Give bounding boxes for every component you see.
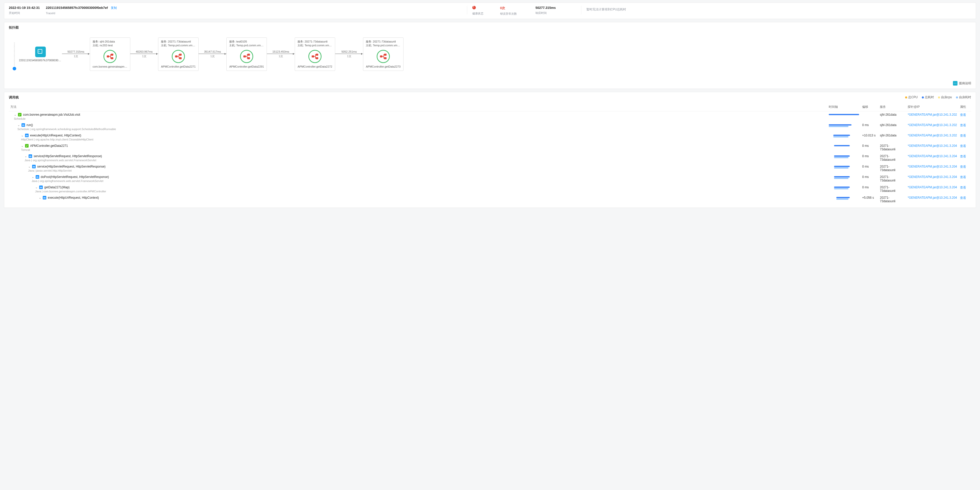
topo-root-node[interactable]: 2201119154565857fc3700003000f0e...	[19, 46, 62, 62]
copy-trace-id-link[interactable]: 复制	[111, 6, 117, 10]
view-link[interactable]: 查看	[960, 165, 966, 169]
method-sub: HttpClient | org.apache.http.impl.client…	[21, 138, 826, 141]
method-type-badge: m	[39, 185, 43, 189]
callstack-title: 调用栈	[9, 96, 19, 99]
expand-toggle[interactable]: ⌄	[39, 196, 41, 200]
root-trace-id: 2201119154565857fc3700003000f0e...	[19, 59, 62, 62]
probe-link[interactable]: *GENERATEAPM.jar@10.241.3.204	[908, 155, 957, 158]
edge-count: 1次	[142, 54, 146, 58]
alert-icon	[472, 6, 476, 10]
start-time-value: 2022-01-19 15:42:31	[9, 6, 40, 10]
node-host: 主机: Temp.prd.comm.vm.by.idc.b...	[161, 43, 196, 47]
header-separator-2	[581, 6, 581, 14]
expand-toggle[interactable]: ⌄	[14, 113, 16, 117]
view-link[interactable]: 查看	[960, 144, 966, 148]
node-host: 主机: nc202-test	[92, 43, 127, 47]
zoom-slider[interactable]	[13, 43, 16, 70]
probe-link[interactable]: *GENERATEAPM.jar@10.241.3.202	[908, 123, 957, 127]
start-time-label: 开始时间	[9, 11, 40, 15]
col-timeline: 时间轴	[827, 103, 861, 111]
arrow-icon	[267, 54, 295, 54]
node-service: 服务: 20271-73datasunli	[298, 40, 332, 43]
view-link[interactable]: 查看	[960, 186, 966, 189]
table-row: ⌄mdoPost(HttpServletRequest, HttpServlet…	[9, 174, 971, 184]
node-health-ring	[377, 50, 390, 63]
callstack-legend: 总CPU 总耗时 自身cpu 自身耗时	[905, 95, 971, 99]
service-value: 20271-73datasunli	[878, 163, 906, 174]
start-time-block: 2022-01-19 15:42:31 开始时间	[9, 6, 46, 15]
method-type-badge: m	[32, 165, 36, 168]
probe-link[interactable]: *GENERATEAPM.jar@10.241.3.202	[908, 134, 957, 137]
errors-value: 0次	[500, 6, 530, 10]
node-method: APMController.getData2272	[298, 65, 332, 68]
node-service: 服务: 20271-73datasunli	[161, 40, 196, 43]
view-link[interactable]: 查看	[960, 196, 966, 200]
slider-knob[interactable]	[13, 67, 16, 70]
method-name: run()	[27, 123, 33, 127]
topo-edge: 35147.517ms1次	[199, 50, 226, 58]
legend-icon: ⋯	[953, 81, 958, 86]
node-health-ring	[309, 50, 321, 63]
response-time-label: 响应时间	[536, 11, 570, 15]
table-row: ⌄mrun()Schedule | org.springframework.sc…	[9, 122, 971, 132]
expand-toggle[interactable]: ⌄	[24, 155, 27, 158]
probe-link[interactable]: *GENERATEAPM.jar@10.241.3.202	[908, 113, 957, 117]
view-link[interactable]: 查看	[960, 123, 966, 127]
expand-toggle[interactable]: ⌄	[21, 134, 24, 137]
view-link[interactable]: 查看	[960, 134, 966, 137]
offset-value: 0 ms	[861, 153, 878, 163]
method-sub: Schedule	[14, 117, 826, 120]
probe-link[interactable]: *GENERATEAPM.jar@10.241.3.204	[908, 144, 957, 148]
view-link[interactable]: 查看	[960, 113, 966, 117]
probe-link[interactable]: *GENERATEAPM.jar@10.241.3.204	[908, 185, 957, 189]
edge-duration: 40263.967ms	[136, 50, 153, 53]
topo-service-node[interactable]: 服务: sjhl-261data主机: nc202-testcom.bonree…	[90, 37, 130, 71]
col-probe: 探针@IP	[906, 103, 958, 111]
method-sub: Java | org.springframework.web.servlet.F…	[32, 179, 826, 182]
arrow-icon	[130, 54, 158, 54]
expand-toggle[interactable]: ⌄	[18, 123, 20, 127]
method-name: getData2271(Map)	[44, 185, 70, 189]
service-value: sjhl-261data	[878, 132, 906, 142]
topo-service-node[interactable]: 服务: 20271-73datasunli主机: Temp.prd.comm.v…	[363, 37, 404, 71]
response-time-block: 50277.315ms 响应时间	[536, 6, 576, 15]
edge-count: 1次	[73, 54, 78, 58]
method-type-badge: m	[22, 123, 25, 127]
offset-value	[861, 111, 878, 122]
topo-service-node[interactable]: 服务: 20271-73datasunli主机: Temp.prd.comm.v…	[295, 37, 335, 71]
topology-card: 拓扑图 2201119154565857fc3700003000f0e...50…	[4, 22, 976, 89]
timeline-bar	[829, 145, 859, 148]
topo-edge: 15123.453ms1次	[267, 50, 295, 58]
timeline-bar	[829, 114, 859, 117]
offset-value: 0 ms	[861, 163, 878, 174]
health-label: 健康状态	[472, 12, 494, 16]
expand-toggle[interactable]: ⌄	[32, 175, 34, 179]
method-name: doPost(HttpServletRequest, HttpServletRe…	[41, 175, 109, 179]
table-row: ⌄mservice(HttpServletRequest, HttpServle…	[9, 153, 971, 163]
view-link[interactable]: 查看	[960, 155, 966, 158]
view-link[interactable]: 查看	[960, 176, 966, 179]
method-name: service(HttpServletRequest, HttpServletR…	[37, 165, 105, 168]
summary-header: 2022-01-19 15:42:31 开始时间 220111915456585…	[4, 3, 976, 19]
method-type-badge: m	[25, 134, 29, 137]
service-value: 20271-73datasunli	[878, 174, 906, 184]
expand-toggle[interactable]: ⌄	[35, 185, 38, 189]
timeline-bar	[829, 135, 859, 137]
service-value: sjhl-261data	[878, 111, 906, 122]
probe-link[interactable]: *GENERATEAPM.jar@10.241.3.204	[908, 175, 957, 179]
legend-button[interactable]: ⋯ 图例说明	[953, 81, 971, 86]
method-name: com.bonree.generateapm.job.VisitJob.visi…	[23, 113, 80, 117]
health-block: 健康状态	[472, 6, 500, 16]
table-row: ⌄mgetData2271(Map)Java | com.bonree.gene…	[9, 184, 971, 195]
method-name: execute(HttpUriRequest, HttpContext)	[30, 134, 81, 137]
topo-service-node[interactable]: 服务: test0105主机: Temp.prd.comm.vm.by.idc.…	[226, 37, 267, 71]
probe-link[interactable]: *GENERATEAPM.jar@10.241.3.204	[908, 196, 957, 200]
expand-toggle[interactable]: ⌄	[21, 144, 24, 148]
probe-link[interactable]: *GENERATEAPM.jar@10.241.3.204	[908, 165, 957, 168]
service-value: 20271-73datasunli	[878, 153, 906, 163]
timeline-bar	[829, 176, 859, 179]
topo-service-node[interactable]: 服务: 20271-73datasunli主机: Temp.prd.comm.v…	[158, 37, 199, 71]
node-health-ring	[240, 50, 253, 63]
expand-toggle[interactable]: ⌄	[28, 165, 30, 168]
method-name: service(HttpServletRequest, HttpServletR…	[33, 155, 102, 158]
